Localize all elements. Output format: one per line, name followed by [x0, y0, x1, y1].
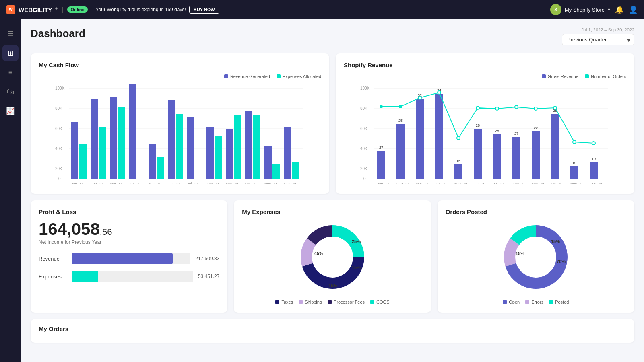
svg-text:22: 22	[534, 126, 538, 130]
legend-expenses: Expenses Allocated	[277, 74, 321, 79]
svg-point-90	[534, 107, 537, 110]
expenses-legend-cogs: COGS	[370, 300, 389, 304]
legend-num-orders: Number of Orders	[585, 74, 626, 79]
sidebar-item-analytics[interactable]: 📈	[2, 103, 19, 119]
svg-text:Nov '20: Nov '20	[264, 182, 277, 184]
sidebar-item-orders[interactable]: ≡	[2, 64, 19, 80]
user-avatar-icon[interactable]: 👤	[629, 5, 638, 14]
taxes-label: Taxes	[281, 300, 293, 304]
orders-legend-posted: Posted	[549, 300, 569, 304]
errors-label: Errors	[531, 300, 543, 304]
logo-icon: W	[6, 5, 15, 14]
svg-rect-32	[284, 127, 291, 179]
svg-rect-14	[91, 99, 98, 179]
svg-rect-26	[226, 129, 233, 179]
pnl-main-value: 164,058	[39, 220, 100, 239]
logo: W WEBGILITY ®	[6, 5, 58, 14]
svg-rect-31	[272, 164, 280, 179]
orders-legend-open: Open	[503, 300, 520, 304]
legend-gross-revenue: Gross Revenue	[542, 74, 578, 79]
svg-rect-18	[129, 84, 136, 179]
svg-rect-67	[551, 114, 559, 179]
svg-text:15%: 15%	[516, 251, 524, 256]
legend-expenses-label: Expenses Allocated	[283, 74, 321, 79]
svg-rect-33	[292, 162, 299, 179]
bag-icon: 🛍	[7, 88, 14, 96]
analytics-icon: 📈	[6, 107, 15, 115]
legend-gross-label: Gross Revenue	[548, 74, 578, 79]
svg-text:Apr '20: Apr '20	[435, 182, 446, 184]
sidebar-item-menu[interactable]: ☰	[2, 26, 19, 42]
svg-text:25: 25	[495, 129, 499, 133]
svg-text:60K: 60K	[360, 126, 367, 131]
menu-icon: ☰	[7, 29, 14, 38]
svg-text:Apr '20: Apr '20	[129, 182, 140, 184]
revenue-bar-row: Revenue 217,509.83	[39, 253, 219, 264]
store-chevron: ▾	[608, 7, 610, 12]
revenue-bar-track	[72, 253, 190, 264]
svg-text:0: 0	[58, 177, 61, 181]
notification-bell-icon[interactable]: 🔔	[615, 5, 624, 14]
svg-text:Jul '20: Jul '20	[493, 182, 504, 184]
main-content: Dashboard Jul 1, 2022 – Sep 30, 2022 Pre…	[21, 19, 644, 362]
orders-legend-errors: Errors	[525, 300, 543, 304]
buy-now-button[interactable]: BUY NOW	[189, 6, 219, 14]
svg-text:Aug '20: Aug '20	[206, 182, 219, 184]
shipping-dot	[299, 300, 303, 304]
revenue-bar-fill	[72, 253, 173, 264]
legend-expenses-dot	[277, 74, 281, 78]
svg-point-92	[573, 140, 576, 144]
svg-point-82	[380, 105, 383, 108]
legend-orders-label: Number of Orders	[591, 74, 626, 79]
svg-rect-24	[206, 127, 214, 179]
svg-text:27: 27	[379, 146, 383, 150]
svg-text:40K: 40K	[55, 146, 62, 151]
svg-point-106	[312, 237, 353, 277]
svg-rect-12	[71, 122, 78, 179]
svg-point-91	[553, 106, 557, 109]
svg-rect-23	[187, 117, 194, 179]
dashboard-icon: ⊞	[8, 49, 14, 58]
svg-text:80K: 80K	[55, 106, 62, 111]
shopify-revenue-chart: 100K 80K 60K 40K 20K 0	[344, 84, 626, 186]
svg-text:20K: 20K	[360, 167, 367, 171]
store-selector[interactable]: S My Shopify Store ▾	[550, 4, 610, 15]
svg-text:27: 27	[514, 132, 518, 136]
svg-rect-16	[110, 97, 117, 179]
svg-point-84	[418, 96, 421, 99]
expenses-label: Expenses	[39, 274, 67, 280]
metrics-row: Profit & Loss 164,058.56 Net Income for …	[31, 200, 634, 313]
svg-text:Jul '20: Jul '20	[187, 182, 198, 184]
svg-point-115	[516, 237, 556, 277]
svg-rect-19	[149, 144, 156, 179]
svg-rect-62	[454, 164, 462, 179]
svg-rect-20	[157, 157, 164, 179]
nav-right: S My Shopify Store ▾ 🔔 👤	[550, 4, 638, 15]
trial-notice: Your Webgility trial is expiring in 159 …	[96, 6, 219, 14]
pnl-bars: Revenue 217,509.83 Expenses 53,451.27	[39, 253, 219, 282]
date-range-label: Jul 1, 2022 – Sep 30, 2022	[582, 27, 635, 32]
errors-dot	[525, 300, 529, 304]
shipping-label: Shipping	[305, 300, 322, 304]
svg-text:40K: 40K	[360, 146, 367, 151]
svg-text:May '20: May '20	[149, 182, 161, 184]
nav-divider: |	[62, 6, 63, 13]
svg-text:15: 15	[456, 159, 460, 163]
period-select[interactable]: Previous Quarter This Quarter Last Month…	[562, 34, 634, 45]
cash-flow-chart: 100K 80K 60K 40K 20K 0	[39, 84, 321, 186]
taxes-dot	[275, 300, 279, 304]
logo-text: WEBGILITY	[19, 6, 52, 13]
expenses-legend-processor: Processor Fees	[328, 300, 365, 304]
sidebar: ☰ ⊞ ≡ 🛍 📈	[0, 19, 21, 362]
sidebar-item-products[interactable]: 🛍	[2, 84, 19, 100]
trial-text: Your Webgility trial is expiring in 159 …	[96, 7, 186, 12]
my-expenses-card: My Expenses 45% 25%	[234, 200, 431, 313]
charts-row: My Cash Flow Revenue Generated Expenses …	[31, 53, 634, 194]
revenue-value: 217,509.83	[195, 256, 219, 261]
svg-text:60K: 60K	[55, 126, 62, 131]
svg-point-87	[476, 106, 479, 109]
sidebar-item-dashboard[interactable]: ⊞	[2, 45, 19, 61]
svg-rect-68	[570, 166, 578, 179]
svg-text:Dec '20: Dec '20	[284, 182, 296, 184]
expenses-value: 53,451.27	[198, 274, 219, 279]
